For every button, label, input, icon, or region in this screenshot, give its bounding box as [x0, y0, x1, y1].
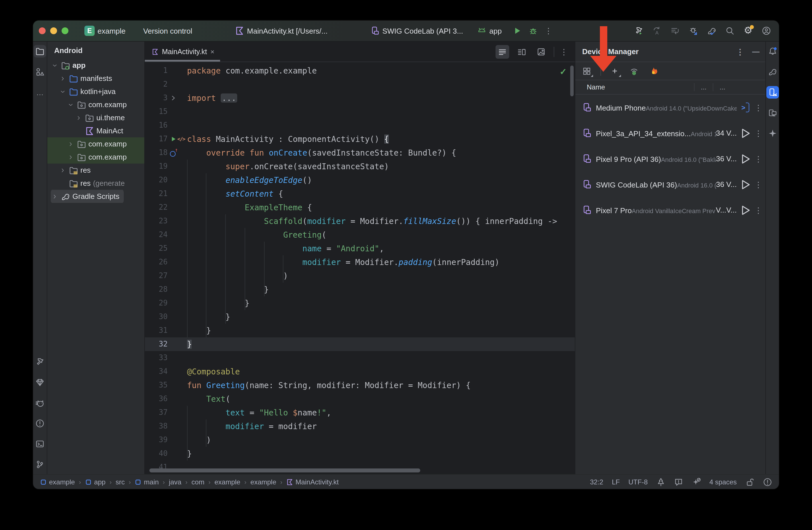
problems-tool-button[interactable]	[34, 417, 46, 430]
code-line-16[interactable]: 16	[145, 119, 575, 132]
start-device-button[interactable]	[739, 152, 752, 165]
rerun-coverage-icon[interactable]: A	[652, 26, 662, 35]
terminal-tool-button[interactable]	[34, 438, 46, 450]
logcat-tool-button[interactable]	[34, 397, 46, 409]
code-lines[interactable]: 1package com.example.example23import ...…	[145, 64, 575, 474]
settings-gear-icon[interactable]: ⚙	[743, 26, 753, 35]
close-tab-icon[interactable]: ×	[211, 48, 214, 56]
editor-horizontal-scrollbar[interactable]	[149, 469, 420, 472]
code-line-19[interactable]: 19 super.onCreate(savedInstanceState)	[145, 160, 575, 173]
code-line-2[interactable]: 2	[145, 77, 575, 91]
tree-item-app[interactable]: app	[47, 59, 144, 72]
breadcrumb-com-5[interactable]: com	[192, 478, 204, 486]
tree-item-res[interactable]: res (generate	[47, 177, 144, 190]
tree-item-ui-theme[interactable]: ui.theme	[47, 111, 144, 124]
code-line-32[interactable]: 32}	[145, 337, 575, 351]
build-run-hammer-icon[interactable]	[634, 26, 643, 35]
device-manager-tool-button[interactable]	[766, 86, 779, 99]
device-row-medium-phone[interactable]: Medium PhoneAndroid 14.0 ("UpsideDownCak…	[575, 94, 765, 120]
code-line-35[interactable]: 35fun Greeting(name: String, modifier: M…	[145, 379, 575, 392]
device-row-swig-codelab-api-36[interactable]: SWIG CodeLab (API 36)Android 16.0 ("Bakl…	[575, 172, 765, 197]
caret-position[interactable]: 32:2	[590, 478, 603, 486]
start-device-button[interactable]	[739, 127, 752, 139]
app-quality-insights-button[interactable]	[34, 376, 46, 389]
vcs-widget[interactable]: Version control	[143, 27, 195, 35]
close-window-button[interactable]	[39, 27, 46, 34]
code-line-29[interactable]: 29 }	[145, 296, 575, 310]
highlighting-tree-icon[interactable]	[656, 477, 665, 486]
tree-chevron[interactable]	[59, 167, 67, 173]
resource-manager-tool-button[interactable]	[34, 65, 46, 78]
start-device-button[interactable]	[739, 204, 752, 216]
tree-item-com-examp[interactable]: com.examp	[47, 137, 144, 150]
tab-mainactivity[interactable]: MainActivity.kt ×	[145, 42, 220, 61]
project-widget[interactable]: E example	[84, 26, 128, 36]
tree-item-res[interactable]: res	[47, 164, 144, 177]
device-options-button[interactable]: ⋮	[752, 103, 765, 112]
tree-chevron[interactable]	[67, 154, 75, 160]
gemini-tool-button[interactable]	[766, 127, 779, 139]
code-line-28[interactable]: 28 }	[145, 283, 575, 296]
design-view-button[interactable]	[534, 45, 548, 58]
build-tool-button[interactable]	[34, 356, 46, 368]
device-manager-options-button[interactable]: ⋮	[736, 48, 744, 56]
account-avatar-icon[interactable]	[762, 26, 771, 35]
tree-item-com-examp[interactable]: com.examp	[47, 98, 144, 111]
minimize-window-button[interactable]	[50, 27, 57, 34]
indent-setting[interactable]: 4 spaces	[709, 478, 737, 486]
code-line-25[interactable]: 25 name = "Android",	[145, 241, 575, 255]
code-line-3[interactable]: 3import ...	[145, 91, 575, 105]
split-view-button[interactable]	[515, 45, 528, 58]
gradle-tool-button[interactable]	[766, 65, 779, 78]
firebase-devices-button[interactable]	[648, 65, 659, 77]
column-name[interactable]: Name	[575, 83, 694, 91]
code-view-button[interactable]	[495, 45, 509, 58]
attach-debugger-icon[interactable]	[689, 26, 698, 35]
project-tool-button[interactable]	[34, 45, 46, 58]
run-button[interactable]	[513, 26, 522, 35]
code-editor[interactable]: 1package com.example.example23import ...…	[145, 62, 575, 474]
inspection-bubble-icon[interactable]	[674, 477, 683, 486]
code-line-33[interactable]: 33	[145, 351, 575, 365]
device-options-button[interactable]: ⋮	[752, 180, 765, 189]
maximize-window-button[interactable]	[62, 27, 69, 34]
code-line-18[interactable]: 18↑ override fun onCreate(savedInstanceS…	[145, 146, 575, 160]
line-separator[interactable]: LF	[612, 478, 620, 486]
breadcrumb-main-3[interactable]: main	[135, 478, 159, 486]
editor-vertical-scrollbar[interactable]	[570, 65, 574, 96]
tree-item-gradle-scripts[interactable]: Gradle Scripts	[47, 190, 144, 203]
event-log-icon[interactable]	[763, 477, 772, 486]
device-options-button[interactable]: ⋮	[752, 129, 765, 138]
device-options-button[interactable]: ⋮	[752, 154, 765, 163]
breadcrumb-mainactivity-kt-8[interactable]: MainActivity.kt	[286, 478, 339, 486]
tree-item-com-examp[interactable]: com.examp	[47, 150, 144, 164]
code-line-37[interactable]: 37 text = "Hello $name!",	[145, 406, 575, 419]
breadcrumb-example-6[interactable]: example	[214, 478, 240, 486]
more-tool-windows-button[interactable]: …	[34, 86, 46, 99]
tree-chevron[interactable]	[67, 102, 75, 107]
column-api[interactable]: ...	[694, 83, 713, 91]
device-row-pixel-3a-api-34-extensio[interactable]: Pixel_3a_API_34_extensio...Android 14.0 …	[575, 120, 765, 146]
tree-item-kotlin-java[interactable]: kotlin+java	[47, 85, 144, 98]
run-config-selector[interactable]: app	[477, 26, 504, 35]
project-view-selector[interactable]: Android	[47, 42, 144, 59]
breadcrumb-src-2[interactable]: src	[115, 478, 125, 486]
running-devices-tool-button[interactable]	[766, 106, 779, 119]
tree-chevron[interactable]	[51, 193, 59, 199]
code-line-21[interactable]: 21 setContent {	[145, 187, 575, 201]
code-tag-icon[interactable]: </>	[177, 132, 185, 146]
pair-wifi-button[interactable]	[628, 65, 640, 77]
code-line-38[interactable]: 38 modifier = modifier	[145, 419, 575, 433]
more-run-options-button[interactable]: ⋮	[545, 27, 553, 35]
tree-item-manifests[interactable]: manifests	[47, 72, 144, 85]
tree-chevron[interactable]	[59, 89, 67, 94]
inspections-ok-icon[interactable]: ✓	[560, 65, 567, 79]
run-line-icon[interactable]	[170, 136, 177, 143]
file-encoding[interactable]: UTF-8	[628, 478, 648, 486]
code-line-39[interactable]: 39 )	[145, 433, 575, 447]
hide-panel-button[interactable]: —	[752, 47, 759, 56]
code-line-20[interactable]: 20 enableEdgeToEdge()	[145, 173, 575, 187]
breadcrumb-java-4[interactable]: java	[169, 478, 181, 486]
column-type[interactable]: ...	[713, 83, 731, 91]
code-line-26[interactable]: 26 modifier = Modifier.padding(innerPadd…	[145, 255, 575, 269]
